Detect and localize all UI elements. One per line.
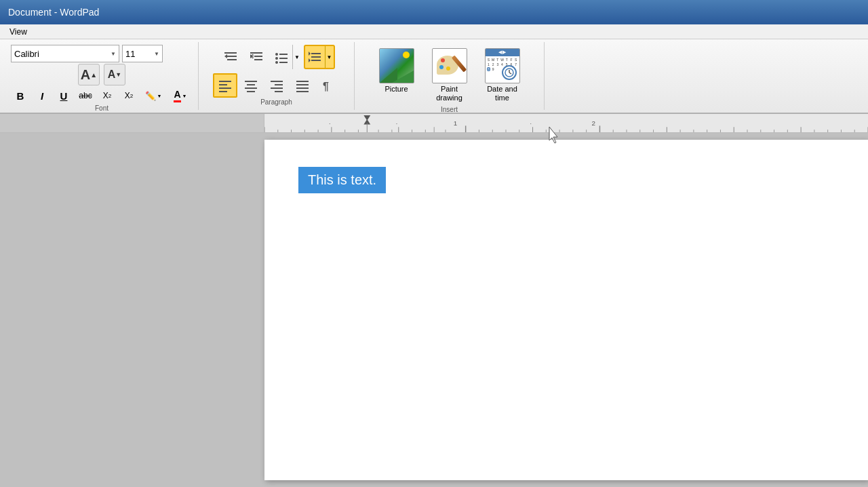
ribbon: Calibri ▼ 11 ▼ A ▲ A ▼ — [0, 39, 868, 114]
para-row1: ▼ ▼ — [218, 45, 335, 69]
highlight-color-button[interactable]: ✏️ ▼ — [141, 87, 165, 104]
grow-superscript-icon: ▲ — [90, 71, 97, 79]
increase-indent-button[interactable] — [244, 45, 269, 69]
insert-picture-label: Picture — [384, 85, 408, 94]
paint-dot-red — [441, 58, 445, 62]
paragraph-mark-icon: ¶ — [321, 78, 336, 93]
cal-cell: S — [487, 58, 491, 62]
clock-icon — [502, 65, 517, 80]
font-format-row: B I U abc X2 X2 ✏️ ▼ A ▼ — [11, 87, 193, 104]
svg-text:¶: ¶ — [323, 81, 329, 92]
menu-view[interactable]: View — [5, 26, 31, 38]
list-button[interactable]: ▼ — [270, 45, 302, 69]
insert-group-content: Picture Paintdrawing — [373, 45, 526, 106]
grow-icon: A — [81, 67, 90, 83]
insert-buttons-row: Picture Paintdrawing — [373, 45, 526, 106]
align-center-icon — [243, 78, 258, 93]
decrease-indent-icon — [223, 50, 238, 64]
font-group-label: Font — [95, 104, 108, 113]
selected-text[interactable]: This is text. — [298, 167, 386, 193]
svg-line-39 — [509, 73, 511, 74]
cal-cell: 3 — [496, 62, 500, 66]
strikethrough-button[interactable]: abc — [76, 87, 95, 104]
paragraph-mark-button[interactable]: ¶ — [316, 73, 340, 98]
svg-point-9 — [275, 53, 278, 56]
cal-cell: W — [500, 58, 505, 62]
svg-text:·: · — [396, 120, 397, 127]
font-color-button[interactable]: A ▼ — [168, 87, 193, 104]
cal-cell: T — [505, 58, 509, 62]
font-row1: Calibri ▼ 11 ▼ — [11, 45, 193, 62]
align-left-icon — [218, 78, 233, 93]
svg-point-11 — [275, 57, 278, 60]
insert-paint-label: Paintdrawing — [436, 85, 462, 102]
ruler-svg: · · 1 · 2 — [264, 114, 868, 132]
svg-marker-19 — [309, 58, 311, 62]
align-left-button[interactable] — [213, 73, 237, 98]
font-family-selector[interactable]: Calibri ▼ — [11, 45, 119, 62]
underline-button[interactable]: U — [54, 87, 73, 104]
subscript-button[interactable]: X2 — [98, 87, 117, 104]
bold-button[interactable]: B — [11, 87, 30, 104]
line-spacing-button[interactable]: ▼ — [304, 45, 335, 69]
ruler-content: · · 1 · 2 — [264, 114, 868, 132]
insert-group: Picture Paintdrawing — [355, 42, 545, 110]
paint-dot-blue — [439, 65, 443, 69]
svg-point-13 — [275, 61, 278, 64]
sun-decoration — [403, 52, 410, 58]
font-group-content: Calibri ▼ 11 ▼ A ▲ A ▼ — [11, 45, 193, 104]
insert-datetime-button[interactable]: ◀ ▶ S M T W T F S 1 2 3 4 — [479, 45, 526, 106]
picture-icon — [379, 48, 414, 83]
font-color-arrow-icon: ▼ — [182, 94, 187, 98]
paragraph-group-content: ▼ ▼ — [213, 45, 340, 98]
cal-cell: 1 — [487, 62, 491, 66]
document-page[interactable]: This is text. — [264, 140, 868, 480]
cal-cell: 4 — [500, 62, 505, 66]
paint-dot-yellow — [446, 66, 450, 71]
font-size-selector[interactable]: 11 ▼ — [122, 45, 163, 62]
ruler-left-margin — [0, 114, 264, 132]
font-shrink-button[interactable]: A ▼ — [104, 64, 125, 85]
align-justify-button[interactable] — [290, 73, 315, 98]
svg-marker-3 — [224, 54, 227, 58]
align-right-icon — [269, 78, 284, 93]
paint-palette-decoration — [437, 53, 462, 79]
font-size-value: 11 — [125, 49, 135, 59]
highlight-icon: ✏️ — [145, 91, 156, 101]
align-justify-icon — [295, 78, 310, 93]
superscript-button[interactable]: X2 — [119, 87, 138, 104]
svg-text:2: 2 — [592, 119, 596, 127]
insert-picture-button[interactable]: Picture — [373, 45, 420, 97]
insert-datetime-label: Date andtime — [487, 85, 517, 102]
cal-cell: 9 — [491, 67, 495, 71]
insert-paint-button[interactable]: Paintdrawing — [426, 45, 473, 106]
align-right-button[interactable] — [264, 73, 289, 98]
svg-text:1: 1 — [454, 119, 458, 127]
decrease-indent-button[interactable] — [218, 45, 243, 69]
datetime-icon: ◀ ▶ S M T W T F S 1 2 3 4 — [485, 48, 520, 83]
highlight-arrow-icon: ▼ — [157, 94, 162, 98]
mountain2-decoration — [392, 71, 414, 83]
font-group: Calibri ▼ 11 ▼ A ▲ A ▼ — [5, 42, 199, 110]
cal-cell: 7 — [514, 62, 518, 66]
font-row2: A ▲ A ▼ — [78, 64, 125, 85]
align-center-button[interactable] — [239, 73, 263, 98]
cal-cell: T — [496, 58, 500, 62]
paint-icon — [432, 48, 467, 83]
font-grow-button[interactable]: A ▲ — [78, 64, 100, 85]
document-area: This is text. — [0, 133, 868, 487]
svg-text:·: · — [530, 120, 532, 127]
italic-button[interactable]: I — [33, 87, 52, 104]
page-area: This is text. — [264, 133, 868, 487]
calendar-header-icon: ◀ ▶ — [486, 49, 519, 56]
cal-cell: F — [509, 58, 513, 62]
svg-marker-18 — [309, 52, 311, 56]
list-icon — [271, 45, 292, 69]
svg-text:·: · — [329, 120, 330, 127]
spacing-dropdown-arrow-icon[interactable]: ▼ — [325, 46, 334, 68]
paragraph-group: ▼ ▼ — [199, 42, 355, 110]
increase-indent-icon — [249, 50, 264, 64]
list-dropdown-arrow-icon[interactable]: ▼ — [292, 45, 302, 69]
para-row2: ¶ — [213, 73, 340, 98]
menu-bar: View — [0, 24, 868, 39]
